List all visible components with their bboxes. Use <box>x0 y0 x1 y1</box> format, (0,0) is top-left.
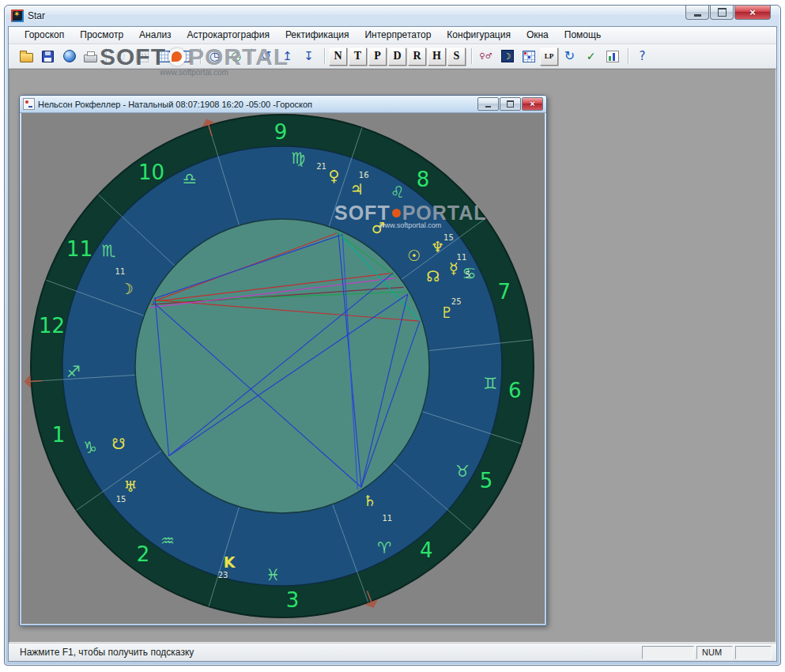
window-controls: × <box>685 6 771 20</box>
horoscope-window-title: Нельсон Рокфеллер - Натальный 08:07:1908… <box>38 100 312 109</box>
globe-button[interactable] <box>59 47 79 66</box>
planet-sun-icon: ☉ <box>407 247 421 264</box>
menu-item-2[interactable]: Просмотр <box>72 27 131 43</box>
planet-north-node-icon: ☊ <box>426 267 440 285</box>
stars-table-icon <box>179 51 191 62</box>
aspects-grid-icon <box>523 51 535 62</box>
toolbar-separator <box>200 48 201 64</box>
client-area: ГороскопПросмотрАнализАстрокартографияРе… <box>8 26 777 662</box>
house-number-5: 5 <box>480 469 493 493</box>
house-number-6: 6 <box>508 379 522 402</box>
status-cell-empty <box>642 646 694 659</box>
menu-item-1[interactable]: Гороскоп <box>17 27 72 43</box>
edit-check-icon: ✓ <box>587 51 596 62</box>
menu-item-5[interactable]: Ректификация <box>277 27 357 43</box>
main-window: Star × ГороскопПросмотрАнализАстрокартог… <box>4 5 781 666</box>
moon-phase-icon <box>501 50 514 62</box>
menu-item-8[interactable]: Окна <box>519 27 557 43</box>
open-icon <box>20 53 33 62</box>
app-icon <box>11 9 24 22</box>
house-number-2: 2 <box>137 542 150 566</box>
rotate-button[interactable]: ↺ <box>256 47 276 66</box>
natal-button[interactable]: N <box>329 47 347 66</box>
window-title: Star <box>28 10 45 21</box>
child-close-button[interactable]: × <box>522 97 543 111</box>
status-bar: Нажмите F1, чтобы получить подсказку NUM <box>9 643 776 661</box>
house-number-11: 11 <box>66 237 92 261</box>
sync-icon: ↻ <box>564 50 575 62</box>
menu-item-9[interactable]: Помощь <box>557 27 609 43</box>
clock-button[interactable]: ◷ <box>205 47 225 66</box>
moon-phase-button[interactable] <box>497 47 517 66</box>
horoscope-window-titlebar[interactable]: Нельсон Рокфеллер - Натальный 08:07:1908… <box>20 96 546 113</box>
toolbar: ☉◷◶↺↥↧NTPDRHS♀♂LP↻✓? <box>9 44 776 69</box>
transit-button[interactable]: T <box>349 47 367 66</box>
menu-item-6[interactable]: Интерпретатор <box>357 27 439 43</box>
help-icon: ? <box>640 51 646 62</box>
child-maximize-button[interactable] <box>500 97 521 111</box>
sync-button[interactable]: ↻ <box>560 47 579 66</box>
close-button[interactable]: × <box>734 6 771 20</box>
planet-uranus-icon: ♅ <box>123 478 137 495</box>
sign-sagittarius-icon: ♐ <box>66 362 81 381</box>
step-down-button[interactable]: ↧ <box>299 47 319 66</box>
maximize-button[interactable] <box>710 6 734 20</box>
menu-item-4[interactable]: Астрокартография <box>179 27 277 43</box>
horoscope-window: Нельсон Рокфеллер - Натальный 08:07:1908… <box>19 95 547 626</box>
ephemeris-button[interactable] <box>132 47 152 66</box>
save-button[interactable] <box>38 47 58 66</box>
ephemeris-icon <box>136 51 149 62</box>
horary-button[interactable]: H <box>428 47 446 66</box>
globe-icon <box>63 50 76 62</box>
planet-mercury-icon: ☿ <box>449 259 459 277</box>
degree-label-neptune: 15 <box>443 233 454 242</box>
menu-item-7[interactable]: Конфигурация <box>439 27 519 43</box>
sign-leo-icon: ♌ <box>391 183 405 202</box>
sign-virgo-icon: ♍ <box>291 149 305 168</box>
houses-table-button[interactable] <box>153 47 173 66</box>
step-up-button[interactable]: ↥ <box>277 47 297 66</box>
time-shift-button[interactable]: ◶ <box>226 47 246 66</box>
lp-button[interactable]: LP <box>540 47 558 66</box>
planet-saturn-icon: ♄ <box>363 492 376 509</box>
time-shift-icon: ◶ <box>231 51 241 62</box>
toolbar-separator <box>471 48 472 64</box>
print-button[interactable] <box>81 47 100 66</box>
house-number-8: 8 <box>417 168 430 191</box>
degree-label-saturn: 11 <box>382 514 392 523</box>
step-down-icon: ↧ <box>304 51 314 62</box>
chart-canvas: 910111212345678♍♎♏♐♑♒♓♈♉♊♋♌♀21♃16♂☉♆15☿1… <box>21 113 545 624</box>
open-button[interactable] <box>17 47 36 66</box>
menu-item-3[interactable]: Анализ <box>131 27 179 43</box>
stars-table-button[interactable] <box>175 47 194 66</box>
progression-button[interactable]: P <box>368 47 387 66</box>
aspects-grid-button[interactable] <box>519 47 538 66</box>
axis-arrow-head <box>25 375 32 389</box>
axis-arrow <box>30 381 43 382</box>
child-minimize-button[interactable] <box>477 97 499 111</box>
return-button[interactable]: R <box>408 47 426 66</box>
toolbar-separator <box>251 48 252 64</box>
menu-bar: ГороскопПросмотрАнализАстрокартографияРе… <box>9 27 776 44</box>
graph-button[interactable] <box>602 47 622 66</box>
help-button[interactable]: ? <box>632 47 652 66</box>
toolbar-separator <box>324 48 325 64</box>
direction-button[interactable]: D <box>388 47 406 66</box>
sign-capricorn-icon: ♑ <box>83 438 97 457</box>
degree-label-pluto: 25 <box>451 297 462 306</box>
graph-icon <box>606 51 619 62</box>
close-icon: × <box>530 99 534 109</box>
synastry-button[interactable]: ♀♂ <box>476 47 496 66</box>
house-number-4: 4 <box>420 538 433 562</box>
synastry-letter-button[interactable]: S <box>447 47 466 66</box>
toolbar-separator <box>628 48 628 64</box>
degree-label-mercury: 11 <box>457 253 467 262</box>
save-icon <box>42 51 54 62</box>
edit-check-button[interactable]: ✓ <box>581 47 601 66</box>
maximize-icon <box>507 100 514 108</box>
sun-button[interactable]: ☉ <box>111 47 130 66</box>
title-bar[interactable]: Star × <box>5 6 780 26</box>
maximize-icon <box>718 8 727 17</box>
minimize-button[interactable] <box>685 6 709 20</box>
print-icon <box>84 55 97 62</box>
